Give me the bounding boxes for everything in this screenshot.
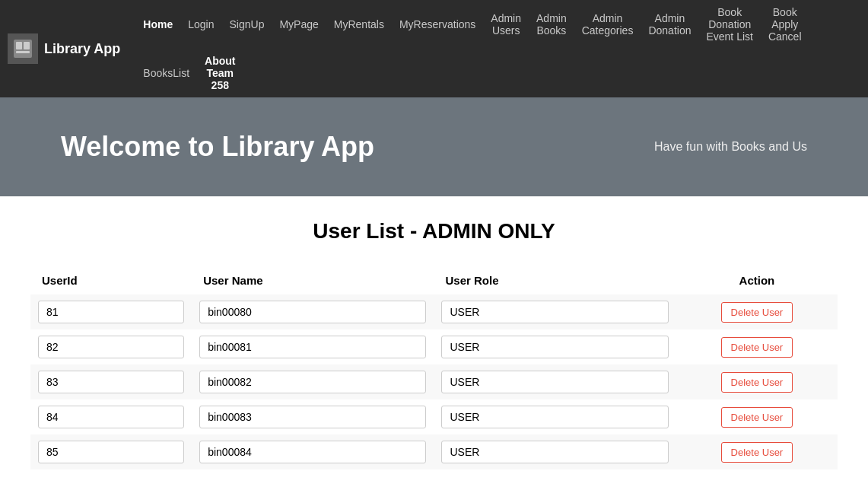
cell-userrole: USER (434, 329, 676, 364)
cell-username: bin00084 (192, 434, 434, 469)
cell-action: Delete User (676, 434, 838, 469)
nav-admin-users[interactable]: AdminUsers (483, 6, 529, 43)
table-row: 82 bin00081 USER Delete User (30, 329, 838, 364)
cell-username: bin00082 (192, 364, 434, 399)
col-username: User Name (192, 266, 434, 294)
hero-subtitle: Have fun with Books and Us (654, 140, 807, 154)
nav-home[interactable]: Home (135, 12, 180, 37)
user-table: UserId User Name User Role Action 81 bin… (30, 266, 838, 469)
cell-userid: 84 (30, 399, 192, 434)
svg-rect-3 (16, 51, 30, 53)
hero-title: Welcome to Library App (61, 131, 374, 163)
cell-action: Delete User (676, 329, 838, 364)
logo-icon (8, 33, 38, 64)
nav-about-team[interactable]: AboutTeam258 (197, 49, 243, 97)
cell-username: bin00080 (192, 294, 434, 329)
hero-section: Welcome to Library App Have fun with Boo… (0, 97, 868, 196)
table-row: 83 bin00082 USER Delete User (30, 364, 838, 399)
nav-admin-books[interactable]: AdminBooks (529, 6, 574, 43)
cell-userid: 83 (30, 364, 192, 399)
col-userrole: User Role (434, 266, 676, 294)
col-userid: UserId (30, 266, 192, 294)
page-title: User List - ADMIN ONLY (30, 219, 838, 244)
nav-book-donation-event-list[interactable]: BookDonationEvent List (698, 0, 760, 49)
cell-userrole: USER (434, 364, 676, 399)
nav-admin-categories[interactable]: AdminCategories (574, 6, 641, 43)
nav-bookslist[interactable]: BooksList (135, 61, 197, 85)
svg-rect-2 (24, 42, 30, 49)
navigation: Library App Home Login SignUp MyPage MyR… (0, 0, 868, 97)
cell-userrole: USER (434, 399, 676, 434)
delete-user-button[interactable]: Delete User (721, 337, 793, 358)
nav-myreservations[interactable]: MyReservations (392, 12, 483, 37)
nav-mypage[interactable]: MyPage (272, 12, 326, 37)
table-row: 81 bin00080 USER Delete User (30, 294, 838, 329)
cell-action: Delete User (676, 294, 838, 329)
cell-userid: 85 (30, 434, 192, 469)
svg-rect-1 (16, 42, 22, 49)
table-row: 85 bin00084 USER Delete User (30, 434, 838, 469)
nav-login[interactable]: Login (180, 12, 221, 37)
table-row: 84 bin00083 USER Delete User (30, 399, 838, 434)
cell-username: bin00081 (192, 329, 434, 364)
delete-user-button[interactable]: Delete User (721, 407, 793, 428)
cell-action: Delete User (676, 364, 838, 399)
cell-userrole: USER (434, 294, 676, 329)
cell-userid: 81 (30, 294, 192, 329)
nav-links: Home Login SignUp MyPage MyRentals MyRes… (135, 0, 860, 97)
cell-action: Delete User (676, 399, 838, 434)
logo[interactable]: Library App (8, 33, 120, 64)
cell-userid: 82 (30, 329, 192, 364)
col-action: Action (676, 266, 838, 294)
cell-userrole: USER (434, 434, 676, 469)
main-content: User List - ADMIN ONLY UserId User Name … (0, 196, 868, 487)
delete-user-button[interactable]: Delete User (721, 442, 793, 463)
cell-username: bin00083 (192, 399, 434, 434)
nav-book-apply-cancel[interactable]: BookApplyCancel (761, 0, 809, 49)
logo-text: Library App (44, 41, 120, 57)
delete-user-button[interactable]: Delete User (721, 302, 793, 323)
nav-signup[interactable]: SignUp (222, 12, 272, 37)
nav-admin-donation[interactable]: AdminDonation (641, 6, 698, 43)
delete-user-button[interactable]: Delete User (721, 372, 793, 393)
nav-myrentals[interactable]: MyRentals (326, 12, 392, 37)
table-header-row: UserId User Name User Role Action (30, 266, 838, 294)
